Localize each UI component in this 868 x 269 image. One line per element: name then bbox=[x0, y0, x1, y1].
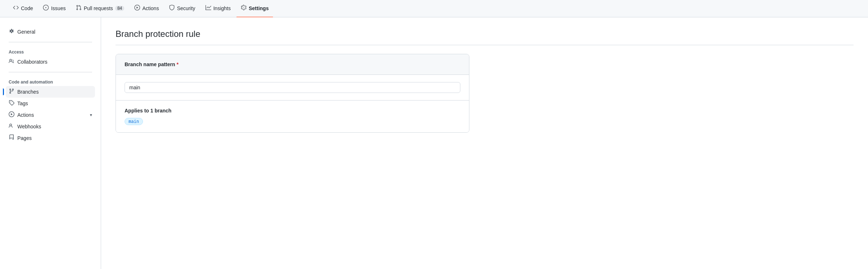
main-content: Branch protection rule Branch name patte… bbox=[101, 17, 868, 269]
branch-name-pattern-label: Branch name pattern bbox=[125, 61, 175, 67]
tab-insights-label: Insights bbox=[213, 5, 231, 11]
required-star: * bbox=[177, 61, 178, 67]
tab-issues[interactable]: Issues bbox=[39, 0, 70, 17]
tab-security-label: Security bbox=[177, 5, 195, 11]
branch-name-input[interactable] bbox=[125, 82, 460, 93]
tab-code[interactable]: Code bbox=[9, 0, 37, 17]
tab-issues-label: Issues bbox=[51, 5, 65, 11]
pr-icon bbox=[76, 5, 82, 12]
actions-icon bbox=[9, 111, 14, 119]
issue-icon bbox=[43, 5, 49, 12]
code-icon bbox=[13, 5, 19, 12]
tab-settings[interactable]: Settings bbox=[236, 0, 273, 17]
sidebar-collaborators-label: Collaborators bbox=[17, 59, 47, 65]
tab-pull-requests-label: Pull requests bbox=[84, 5, 113, 11]
sidebar-item-collaborators[interactable]: Collaborators bbox=[6, 56, 95, 68]
tab-insights[interactable]: Insights bbox=[201, 0, 235, 17]
graph-icon bbox=[205, 5, 211, 12]
pages-icon bbox=[9, 134, 14, 142]
sidebar-item-tags[interactable]: Tags bbox=[6, 98, 95, 109]
branches-icon bbox=[9, 88, 14, 95]
sidebar-item-pages[interactable]: Pages bbox=[6, 132, 95, 144]
sidebar-webhooks-label: Webhooks bbox=[17, 124, 41, 129]
tab-settings-label: Settings bbox=[249, 5, 269, 11]
sidebar-pages-label: Pages bbox=[17, 135, 32, 141]
sidebar-code-section-title: Code and automation bbox=[6, 77, 95, 86]
chevron-down-icon: ▾ bbox=[90, 112, 92, 118]
page-title: Branch protection rule bbox=[116, 29, 854, 39]
sidebar-item-actions[interactable]: Actions ▾ bbox=[6, 109, 95, 121]
title-divider bbox=[116, 45, 854, 45]
shield-icon bbox=[169, 5, 175, 12]
sidebar-item-general[interactable]: General bbox=[6, 26, 95, 38]
sidebar-branches-label: Branches bbox=[17, 89, 39, 95]
sidebar: General Access Collaborators Code and au… bbox=[0, 17, 101, 269]
branch-protection-card: Branch name pattern * Applies to 1 branc… bbox=[116, 54, 469, 133]
sidebar-divider-1 bbox=[9, 42, 92, 42]
sidebar-item-webhooks[interactable]: Webhooks bbox=[6, 121, 95, 132]
sidebar-general-label: General bbox=[17, 29, 35, 35]
branch-tag: main bbox=[125, 118, 143, 125]
tab-security[interactable]: Security bbox=[165, 0, 200, 17]
branch-name-pattern-section: Branch name pattern * bbox=[116, 54, 469, 75]
play-icon bbox=[134, 5, 140, 12]
sidebar-actions-label: Actions bbox=[17, 112, 34, 118]
tag-icon bbox=[9, 100, 14, 107]
tab-pull-requests[interactable]: Pull requests 84 bbox=[71, 0, 129, 17]
gear-icon bbox=[241, 5, 247, 12]
webhooks-icon bbox=[9, 123, 14, 130]
collaborators-icon bbox=[9, 58, 14, 65]
pull-requests-badge: 84 bbox=[115, 6, 124, 11]
applies-to-title: Applies to 1 branch bbox=[125, 108, 460, 114]
sidebar-tags-label: Tags bbox=[17, 101, 28, 106]
layout: General Access Collaborators Code and au… bbox=[0, 17, 868, 269]
tab-code-label: Code bbox=[21, 5, 33, 11]
tab-actions-label: Actions bbox=[142, 5, 159, 11]
sidebar-item-branches[interactable]: Branches bbox=[6, 86, 95, 98]
tab-actions[interactable]: Actions bbox=[130, 0, 163, 17]
branch-name-pattern-title: Branch name pattern * bbox=[125, 61, 460, 67]
sidebar-access-title: Access bbox=[6, 47, 95, 56]
top-nav: Code Issues Pull requests 84 Actions Sec… bbox=[0, 0, 868, 17]
sidebar-divider-2 bbox=[9, 72, 92, 72]
applies-to-section: Applies to 1 branch main bbox=[116, 101, 469, 132]
branch-input-section bbox=[116, 75, 469, 101]
gear-small-icon bbox=[9, 28, 14, 35]
